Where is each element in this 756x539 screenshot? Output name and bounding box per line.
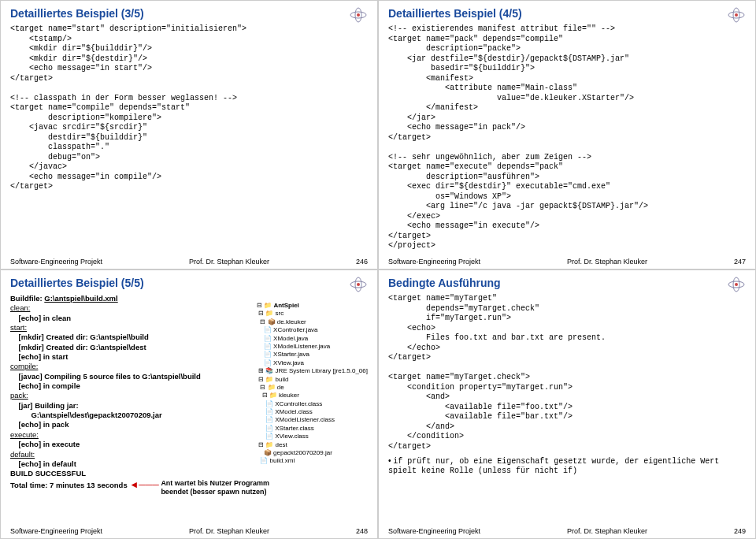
page-number: 247 <box>734 258 746 266</box>
footer-center: Prof. Dr. Stephan Kleuker <box>189 527 269 535</box>
footer-center: Prof. Dr. Stephan Kleuker <box>567 258 647 266</box>
slide-footer: Software-Engineering Projekt Prof. Dr. S… <box>388 258 746 266</box>
footer-left: Software-Engineering Projekt <box>388 527 480 535</box>
slide-footer: Software-Engineering Projekt Prof. Dr. S… <box>388 527 746 535</box>
gyroscope-icon <box>349 277 368 292</box>
gyroscope-icon <box>727 7 746 23</box>
page-number: 246 <box>356 258 368 266</box>
log-target: execute: <box>10 430 39 439</box>
slide-title: Detailliertes Beispiel (5/5) <box>10 277 144 289</box>
slide-3: Detailliertes Beispiel (5/5) Buildfile: … <box>0 270 378 539</box>
slide-title: Detailliertes Beispiel (3/5) <box>10 7 144 20</box>
footer-left: Software-Engineering Projekt <box>10 527 102 535</box>
arrow-icon: ◄─── <box>129 479 158 490</box>
footer-left: Software-Engineering Projekt <box>10 258 102 266</box>
page-number: 249 <box>734 527 746 535</box>
svg-point-2 <box>357 13 360 17</box>
code-block: <!-- existierendes manifest attribut fil… <box>388 24 746 251</box>
log-target: clean: <box>10 303 30 312</box>
slide-footer: Software-Engineering Projekt Prof. Dr. S… <box>10 258 368 266</box>
log-target: compile: <box>10 362 38 370</box>
slide-2: Detailliertes Beispiel (4/5) <!-- existi… <box>378 0 756 270</box>
slide-title: Bedingte Ausführung <box>388 277 501 289</box>
code-block: <target name="start" description="initia… <box>10 24 368 192</box>
bullet-note: • if prüft nur, ob eine Eigenschaft gese… <box>388 456 746 475</box>
log-target: pack: <box>10 391 28 400</box>
slide-1: Detailliertes Beispiel (3/5) <target nam… <box>0 0 378 270</box>
gyroscope-icon <box>727 277 746 292</box>
annotation-text: Ant wartet bis Nutzer Programm beendet (… <box>161 479 271 497</box>
svg-point-11 <box>735 283 738 286</box>
slide-4: Bedingte Ausführung <target name="myTarg… <box>378 270 756 539</box>
code-block: <target name="myTarget" depends="myTarge… <box>388 294 746 452</box>
svg-point-8 <box>357 283 360 286</box>
log-target: start: <box>10 323 27 332</box>
footer-center: Prof. Dr. Stephan Kleuker <box>567 527 647 535</box>
log-target: default: <box>10 450 35 459</box>
footer-center: Prof. Dr. Stephan Kleuker <box>189 258 269 266</box>
svg-point-5 <box>735 13 738 17</box>
footer-left: Software-Engineering Projekt <box>388 258 480 266</box>
page-number: 248 <box>356 527 368 535</box>
gyroscope-icon <box>349 7 368 23</box>
slide-footer: Software-Engineering Projekt Prof. Dr. S… <box>10 527 368 535</box>
slide-title: Detailliertes Beispiel (4/5) <box>388 7 522 20</box>
project-tree: ⊟ 📁 AntSpiel ⊟ 📁 src ⊟ 📦 de.kleuker 📄 XC… <box>257 302 368 466</box>
